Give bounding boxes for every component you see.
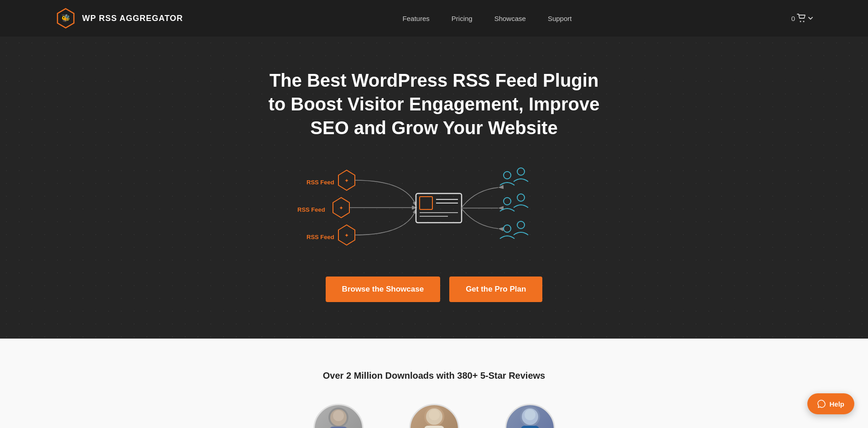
hero-diagram: RSS Feed ✦ RSS Feed ✦ RSS Feed ✦ bbox=[279, 162, 589, 254]
svg-point-38 bbox=[525, 409, 535, 420]
person-3-illustration bbox=[512, 404, 548, 428]
nav-support[interactable]: Support bbox=[548, 15, 572, 22]
avatar-2 bbox=[409, 404, 459, 428]
svg-point-28 bbox=[333, 410, 344, 421]
browse-showcase-button[interactable]: Browse the Showcase bbox=[326, 277, 441, 302]
hero-title: The Best WordPress RSS Feed Plugin to Bo… bbox=[261, 68, 608, 140]
main-nav: Features Pricing Showcase Support bbox=[403, 15, 572, 22]
person-2-illustration bbox=[416, 404, 452, 428]
avatar-1 bbox=[313, 404, 364, 428]
svg-point-21 bbox=[504, 198, 511, 205]
svg-text:RSS Feed: RSS Feed bbox=[297, 206, 325, 213]
logo-text: WP RSS AGGREGATOR bbox=[82, 14, 183, 23]
avatar-3 bbox=[505, 404, 555, 428]
cart-area[interactable]: 0 bbox=[791, 14, 813, 23]
cart-icon bbox=[797, 14, 806, 23]
cart-count: 0 bbox=[791, 15, 795, 22]
person-1-illustration bbox=[320, 404, 357, 428]
svg-rect-34 bbox=[424, 426, 444, 428]
svg-rect-13 bbox=[416, 193, 462, 223]
chevron-down-icon bbox=[808, 16, 813, 21]
help-button-label: Help bbox=[829, 400, 844, 408]
svg-text:🐝: 🐝 bbox=[61, 14, 70, 22]
logo-icon: 🐝 bbox=[55, 7, 77, 29]
svg-point-20 bbox=[517, 168, 525, 175]
svg-point-33 bbox=[429, 409, 440, 420]
diagram-svg: RSS Feed ✦ RSS Feed ✦ RSS Feed ✦ bbox=[279, 162, 589, 254]
nav-features[interactable]: Features bbox=[403, 15, 430, 22]
svg-point-19 bbox=[504, 172, 511, 179]
help-chat-icon bbox=[817, 400, 826, 408]
nav-pricing[interactable]: Pricing bbox=[452, 15, 473, 22]
social-proof-title: Over 2 Million Downloads with 380+ 5-Sta… bbox=[9, 371, 859, 381]
svg-text:RSS Feed: RSS Feed bbox=[307, 234, 334, 240]
help-button[interactable]: Help bbox=[807, 393, 854, 414]
svg-text:✦: ✦ bbox=[344, 177, 349, 184]
svg-text:✦: ✦ bbox=[339, 205, 343, 211]
nav-showcase[interactable]: Showcase bbox=[494, 15, 526, 22]
logo-area[interactable]: 🐝 WP RSS AGGREGATOR bbox=[55, 7, 183, 29]
hero-buttons: Browse the Showcase Get the Pro Plan bbox=[9, 277, 859, 302]
svg-point-22 bbox=[517, 194, 525, 201]
svg-rect-39 bbox=[521, 426, 539, 428]
svg-text:✦: ✦ bbox=[344, 232, 349, 239]
site-header: 🐝 WP RSS AGGREGATOR Features Pricing Sho… bbox=[0, 0, 868, 37]
svg-point-2 bbox=[800, 21, 801, 22]
svg-point-3 bbox=[803, 21, 805, 22]
svg-point-23 bbox=[504, 225, 511, 232]
svg-point-24 bbox=[517, 221, 525, 229]
avatars-row bbox=[9, 404, 859, 428]
get-pro-plan-button[interactable]: Get the Pro Plan bbox=[449, 277, 542, 302]
svg-text:RSS Feed: RSS Feed bbox=[307, 179, 334, 186]
social-proof-section: Over 2 Million Downloads with 380+ 5-Sta… bbox=[0, 339, 868, 428]
svg-rect-14 bbox=[420, 197, 432, 209]
hero-section: The Best WordPress RSS Feed Plugin to Bo… bbox=[0, 37, 868, 339]
